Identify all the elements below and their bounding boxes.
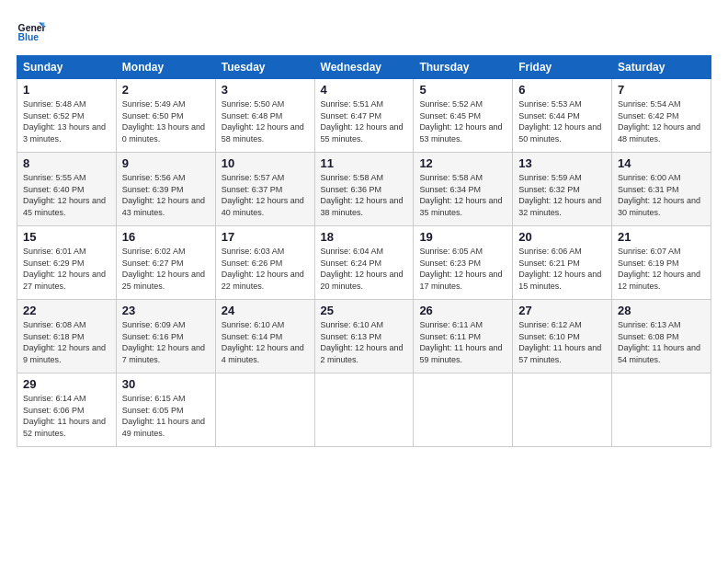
day-number: 10: [222, 156, 309, 170]
day-info: Sunrise: 5:50 AMSunset: 6:48 PMDaylight:…: [222, 99, 304, 144]
week-row-3: 15 Sunrise: 6:01 AMSunset: 6:29 PMDaylig…: [17, 226, 711, 300]
day-info: Sunrise: 6:14 AMSunset: 6:06 PMDaylight:…: [23, 394, 106, 438]
day-cell: [414, 373, 513, 447]
day-number: 16: [122, 230, 210, 244]
day-info: Sunrise: 6:12 AMSunset: 6:10 PMDaylight:…: [518, 320, 601, 364]
day-cell: 2 Sunrise: 5:49 AMSunset: 6:50 PMDayligh…: [116, 79, 215, 153]
day-number: 2: [122, 83, 210, 97]
day-number: 11: [321, 156, 408, 170]
day-header-thursday: Thursday: [414, 56, 513, 79]
day-cell: 9 Sunrise: 5:56 AMSunset: 6:39 PMDayligh…: [116, 153, 215, 226]
day-cell: [314, 373, 414, 447]
day-number: 8: [23, 156, 110, 170]
day-number: 28: [618, 304, 705, 317]
day-info: Sunrise: 5:58 AMSunset: 6:34 PMDaylight:…: [419, 173, 502, 217]
day-info: Sunrise: 6:06 AMSunset: 6:21 PMDaylight:…: [518, 247, 601, 291]
week-row-4: 22 Sunrise: 6:08 AMSunset: 6:18 PMDaylig…: [17, 300, 711, 373]
day-info: Sunrise: 6:01 AMSunset: 6:29 PMDaylight:…: [23, 247, 106, 291]
day-cell: 29 Sunrise: 6:14 AMSunset: 6:06 PMDaylig…: [17, 373, 117, 447]
day-cell: 4 Sunrise: 5:51 AMSunset: 6:47 PMDayligh…: [314, 79, 414, 153]
day-info: Sunrise: 6:15 AMSunset: 6:05 PMDaylight:…: [122, 394, 205, 438]
day-number: 20: [518, 230, 606, 244]
day-number: 15: [23, 230, 110, 244]
svg-text:Blue: Blue: [18, 32, 40, 42]
day-info: Sunrise: 5:56 AMSunset: 6:39 PMDaylight:…: [122, 173, 205, 217]
day-number: 21: [618, 230, 705, 244]
day-number: 26: [419, 304, 506, 317]
day-info: Sunrise: 5:49 AMSunset: 6:50 PMDaylight:…: [122, 99, 205, 144]
day-cell: 24 Sunrise: 6:10 AMSunset: 6:14 PMDaylig…: [215, 300, 314, 373]
day-number: 1: [23, 83, 110, 97]
day-number: 24: [222, 304, 309, 317]
day-cell: 25 Sunrise: 6:10 AMSunset: 6:13 PMDaylig…: [314, 300, 414, 373]
day-number: 5: [419, 83, 506, 97]
logo: General Blue: [17, 17, 50, 46]
calendar-header: SundayMondayTuesdayWednesdayThursdayFrid…: [17, 56, 711, 79]
day-info: Sunrise: 6:11 AMSunset: 6:11 PMDaylight:…: [419, 320, 502, 364]
day-cell: 14 Sunrise: 6:00 AMSunset: 6:31 PMDaylig…: [612, 153, 711, 226]
header-row: SundayMondayTuesdayWednesdayThursdayFrid…: [17, 56, 711, 79]
day-number: 14: [618, 156, 705, 170]
day-header-friday: Friday: [513, 56, 612, 79]
day-number: 18: [321, 230, 408, 244]
day-cell: [612, 373, 711, 447]
day-number: 3: [222, 83, 309, 97]
header: General Blue: [17, 17, 711, 46]
day-info: Sunrise: 6:10 AMSunset: 6:14 PMDaylight:…: [222, 320, 304, 364]
day-cell: 18 Sunrise: 6:04 AMSunset: 6:24 PMDaylig…: [314, 226, 414, 300]
day-info: Sunrise: 6:07 AMSunset: 6:19 PMDaylight:…: [618, 247, 700, 291]
day-number: 9: [122, 156, 210, 170]
day-info: Sunrise: 5:53 AMSunset: 6:44 PMDaylight:…: [518, 99, 601, 144]
day-cell: 8 Sunrise: 5:55 AMSunset: 6:40 PMDayligh…: [17, 153, 117, 226]
week-row-1: 1 Sunrise: 5:48 AMSunset: 6:52 PMDayligh…: [17, 79, 711, 153]
day-info: Sunrise: 5:59 AMSunset: 6:32 PMDaylight:…: [518, 173, 601, 217]
day-cell: 30 Sunrise: 6:15 AMSunset: 6:05 PMDaylig…: [116, 373, 215, 447]
day-number: 19: [419, 230, 506, 244]
day-info: Sunrise: 5:55 AMSunset: 6:40 PMDaylight:…: [23, 173, 106, 217]
day-number: 22: [23, 304, 110, 317]
day-cell: 1 Sunrise: 5:48 AMSunset: 6:52 PMDayligh…: [17, 79, 117, 153]
day-cell: 16 Sunrise: 6:02 AMSunset: 6:27 PMDaylig…: [116, 226, 215, 300]
day-number: 29: [23, 377, 110, 391]
day-info: Sunrise: 6:13 AMSunset: 6:08 PMDaylight:…: [618, 320, 700, 364]
day-header-monday: Monday: [116, 56, 215, 79]
day-number: 30: [122, 377, 210, 391]
calendar-body: 1 Sunrise: 5:48 AMSunset: 6:52 PMDayligh…: [17, 79, 711, 447]
day-cell: 27 Sunrise: 6:12 AMSunset: 6:10 PMDaylig…: [513, 300, 612, 373]
day-number: 25: [321, 304, 408, 317]
day-info: Sunrise: 6:04 AMSunset: 6:24 PMDaylight:…: [321, 247, 404, 291]
day-cell: 22 Sunrise: 6:08 AMSunset: 6:18 PMDaylig…: [17, 300, 117, 373]
day-cell: 11 Sunrise: 5:58 AMSunset: 6:36 PMDaylig…: [314, 153, 414, 226]
day-cell: 21 Sunrise: 6:07 AMSunset: 6:19 PMDaylig…: [612, 226, 711, 300]
day-info: Sunrise: 5:54 AMSunset: 6:42 PMDaylight:…: [618, 99, 700, 144]
day-info: Sunrise: 6:00 AMSunset: 6:31 PMDaylight:…: [618, 173, 700, 217]
day-number: 23: [122, 304, 210, 317]
day-cell: 15 Sunrise: 6:01 AMSunset: 6:29 PMDaylig…: [17, 226, 117, 300]
day-info: Sunrise: 6:09 AMSunset: 6:16 PMDaylight:…: [122, 320, 205, 364]
day-cell: 12 Sunrise: 5:58 AMSunset: 6:34 PMDaylig…: [414, 153, 513, 226]
day-cell: 5 Sunrise: 5:52 AMSunset: 6:45 PMDayligh…: [414, 79, 513, 153]
day-number: 17: [222, 230, 309, 244]
day-cell: 6 Sunrise: 5:53 AMSunset: 6:44 PMDayligh…: [513, 79, 612, 153]
day-info: Sunrise: 6:10 AMSunset: 6:13 PMDaylight:…: [321, 320, 404, 364]
day-cell: 3 Sunrise: 5:50 AMSunset: 6:48 PMDayligh…: [215, 79, 314, 153]
day-info: Sunrise: 5:57 AMSunset: 6:37 PMDaylight:…: [222, 173, 304, 217]
day-header-sunday: Sunday: [17, 56, 117, 79]
week-row-5: 29 Sunrise: 6:14 AMSunset: 6:06 PMDaylig…: [17, 373, 711, 447]
day-info: Sunrise: 6:08 AMSunset: 6:18 PMDaylight:…: [23, 320, 106, 364]
day-cell: 13 Sunrise: 5:59 AMSunset: 6:32 PMDaylig…: [513, 153, 612, 226]
day-cell: [513, 373, 612, 447]
day-number: 13: [518, 156, 606, 170]
day-cell: 7 Sunrise: 5:54 AMSunset: 6:42 PMDayligh…: [612, 79, 711, 153]
day-number: 27: [518, 304, 606, 317]
day-info: Sunrise: 5:52 AMSunset: 6:45 PMDaylight:…: [419, 99, 502, 144]
day-info: Sunrise: 5:48 AMSunset: 6:52 PMDaylight:…: [23, 99, 106, 144]
day-cell: 20 Sunrise: 6:06 AMSunset: 6:21 PMDaylig…: [513, 226, 612, 300]
day-cell: 17 Sunrise: 6:03 AMSunset: 6:26 PMDaylig…: [215, 226, 314, 300]
day-number: 12: [419, 156, 506, 170]
day-header-saturday: Saturday: [612, 56, 711, 79]
day-header-wednesday: Wednesday: [314, 56, 414, 79]
day-info: Sunrise: 6:02 AMSunset: 6:27 PMDaylight:…: [122, 247, 205, 291]
day-number: 4: [321, 83, 408, 97]
day-cell: 23 Sunrise: 6:09 AMSunset: 6:16 PMDaylig…: [116, 300, 215, 373]
